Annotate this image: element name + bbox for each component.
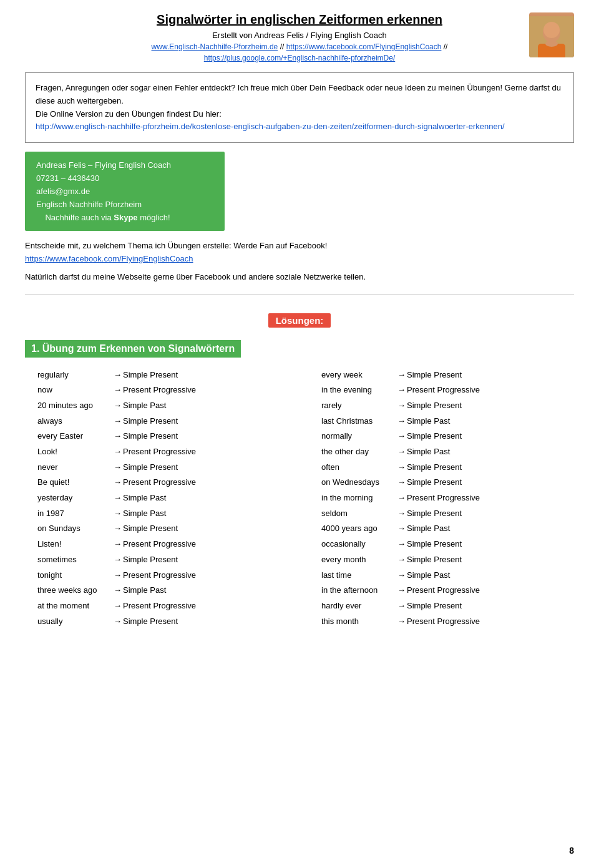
tense-label: Present Progressive — [407, 383, 480, 398]
arrow-icon: → — [114, 506, 122, 522]
arrow-icon: → — [397, 598, 406, 614]
facebook-link[interactable]: https://www.facebook.com/FlyingEnglishCo… — [286, 42, 442, 51]
signal-word: on Wednesdays — [321, 475, 396, 490]
list-item: never→Simple Present — [37, 460, 290, 475]
arrow-icon: → — [114, 568, 122, 583]
tense-label: Simple Present — [123, 521, 178, 537]
exercise-link[interactable]: http://www.englisch-nachhilfe-pforzheim.… — [36, 122, 505, 131]
signal-word: three weeks ago — [37, 583, 112, 598]
arrow-icon: → — [397, 383, 406, 398]
arrow-icon: → — [114, 368, 122, 383]
signal-word: tonight — [37, 568, 112, 583]
tense-label: Simple Past — [407, 414, 450, 429]
tense-label: Present Progressive — [123, 537, 196, 552]
list-item: Be quiet!→Present Progressive — [37, 475, 290, 490]
tense-label: Present Progressive — [123, 568, 196, 583]
list-item: regularly→Simple Present — [37, 368, 290, 383]
arrow-icon: → — [114, 614, 122, 630]
tense-label: Simple Past — [123, 398, 166, 414]
tense-label: Present Progressive — [123, 475, 196, 490]
arrow-icon: → — [114, 414, 122, 429]
tense-label: Simple Present — [123, 460, 178, 475]
svg-point-2 — [543, 22, 560, 38]
arrow-icon: → — [397, 475, 406, 490]
tense-label: Simple Past — [123, 490, 166, 506]
main-link[interactable]: www.Englisch-Nachhilfe-Pforzheim.de — [152, 42, 278, 51]
signal-word: occasionally — [321, 537, 396, 552]
arrow-icon: → — [397, 460, 406, 475]
list-item: three weeks ago→Simple Past — [37, 583, 290, 598]
arrow-icon: → — [397, 537, 406, 552]
signal-word: in 1987 — [37, 506, 112, 522]
google-link[interactable]: https://plus.google.com/+Englisch-nachhi… — [204, 54, 396, 62]
signal-word: every month — [321, 552, 396, 568]
list-item: in the afternoon→Present Progressive — [321, 583, 574, 598]
facebook-url-link[interactable]: https://www.facebook.com/FlyingEnglishCo… — [25, 254, 193, 263]
arrow-icon: → — [114, 598, 122, 614]
list-item: on Sundays→Simple Present — [37, 521, 290, 537]
arrow-icon: → — [114, 444, 122, 460]
list-item: every month→Simple Present — [321, 552, 574, 568]
tense-label: Present Progressive — [407, 490, 480, 506]
tense-label: Simple Past — [407, 444, 450, 460]
left-word-list: regularly→Simple Presentnow→Present Prog… — [25, 368, 290, 630]
links-line: www.Englisch-Nachhilfe-Pforzheim.de // h… — [25, 42, 574, 51]
signal-word: last Christmas — [321, 414, 396, 429]
portrait — [529, 12, 574, 57]
arrow-icon: → — [114, 583, 122, 598]
signal-word: never — [37, 460, 112, 475]
list-item: Look!→Present Progressive — [37, 444, 290, 460]
arrow-icon: → — [114, 398, 122, 414]
arrow-icon: → — [114, 490, 122, 506]
signal-word: normally — [321, 429, 396, 444]
signal-word: usually — [37, 614, 112, 630]
list-item: 20 minutes ago→Simple Past — [37, 398, 290, 414]
arrow-icon: → — [397, 414, 406, 429]
tense-label: Simple Present — [407, 460, 462, 475]
arrow-icon: → — [114, 521, 122, 537]
intro-text-1: Fragen, Anregungen oder sogar einen Fehl… — [36, 82, 563, 108]
facebook-invite: Entscheide mit, zu welchem Thema ich Übu… — [25, 240, 574, 266]
list-item: every week→Simple Present — [321, 368, 574, 383]
tense-label: Present Progressive — [123, 598, 196, 614]
page-title: Signalwörter in englischen Zeitformen er… — [25, 12, 574, 27]
tense-label: Simple Present — [407, 552, 462, 568]
social-section: Natürlich darfst du meine Webseite gerne… — [25, 271, 574, 284]
list-item: now→Present Progressive — [37, 383, 290, 398]
losungen-container: Lösungen: — [25, 313, 574, 334]
subtitle: Erstellt von Andreas Felis / Flying Engl… — [25, 31, 574, 40]
arrow-icon: → — [397, 368, 406, 383]
contact-skype: Nachhilfe auch via Skype möglich! — [36, 213, 213, 222]
arrow-icon: → — [397, 506, 406, 522]
losungen-label: Lösungen: — [268, 313, 331, 328]
signal-word: sometimes — [37, 552, 112, 568]
list-item: last Christmas→Simple Past — [321, 414, 574, 429]
signal-word: in the afternoon — [321, 583, 396, 598]
tense-label: Simple Present — [407, 506, 462, 522]
tense-label: Simple Past — [407, 521, 450, 537]
list-item: seldom→Simple Present — [321, 506, 574, 522]
signal-word: in the morning — [321, 490, 396, 506]
list-item: 4000 years ago→Simple Past — [321, 521, 574, 537]
facebook-text: Entscheide mit, zu welchem Thema ich Übu… — [25, 241, 327, 250]
facebook-section: Entscheide mit, zu welchem Thema ich Übu… — [25, 240, 574, 266]
signal-word: often — [321, 460, 396, 475]
arrow-icon: → — [114, 537, 122, 552]
tense-label: Present Progressive — [407, 614, 480, 630]
signal-word: the other day — [321, 444, 396, 460]
list-item: always→Simple Present — [37, 414, 290, 429]
left-column: regularly→Simple Presentnow→Present Prog… — [25, 368, 290, 630]
arrow-icon: → — [397, 429, 406, 444]
tense-label: Present Progressive — [407, 583, 480, 598]
arrow-icon: → — [397, 444, 406, 460]
skype-text: Nachhilfe auch via Skype möglich! — [45, 213, 170, 222]
section-title-container: 1. Übung zum Erkennen von Signalwörtern — [25, 340, 574, 368]
list-item: in the evening→Present Progressive — [321, 383, 574, 398]
list-item: at the moment→Present Progressive — [37, 598, 290, 614]
signal-word: always — [37, 414, 112, 429]
tense-label: Simple Present — [407, 537, 462, 552]
signal-word: regularly — [37, 368, 112, 383]
tense-label: Simple Present — [407, 368, 462, 383]
tense-label: Simple Present — [123, 614, 178, 630]
signal-word: 4000 years ago — [321, 521, 396, 537]
